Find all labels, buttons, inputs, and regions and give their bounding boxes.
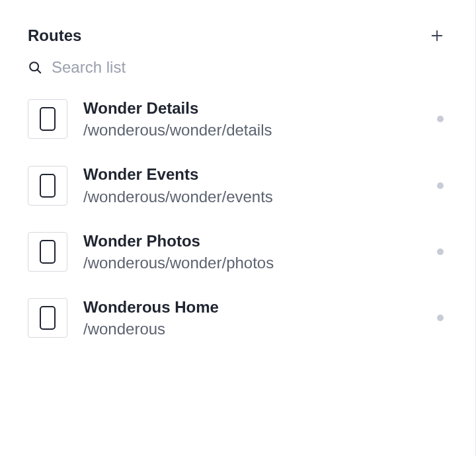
panel-header: Routes [28,25,448,46]
status-indicator [437,315,444,321]
status-indicator [437,182,444,189]
routes-list: Wonder Details /wonderous/wonder/details… [28,98,448,340]
route-path: /wonderous [83,319,421,339]
page-title: Routes [28,26,81,45]
route-title: Wonder Photos [83,231,421,251]
status-indicator [437,248,444,255]
add-route-button[interactable] [426,25,448,46]
route-title: Wonder Details [83,98,421,118]
route-title: Wonder Events [83,164,421,184]
search-input[interactable] [52,58,448,77]
item-text: Wonder Photos /wonderous/wonder/photos [83,231,421,273]
portrait-layout-icon [28,99,67,139]
portrait-layout-icon [28,232,67,272]
routes-panel: Routes Wonder Details /wonderous/wonder/… [0,0,475,365]
list-item[interactable]: Wonder Events /wonderous/wonder/events [28,164,448,206]
route-path: /wonderous/wonder/details [83,120,421,140]
plus-icon [430,28,444,43]
svg-line-3 [37,69,40,73]
status-indicator [437,116,444,122]
portrait-layout-icon [28,298,67,338]
portrait-layout-icon [28,166,67,206]
item-text: Wonderous Home /wonderous [83,297,421,339]
route-title: Wonderous Home [83,297,421,317]
route-path: /wonderous/wonder/events [83,186,421,207]
list-item[interactable]: Wonderous Home /wonderous [28,297,448,339]
item-text: Wonder Details /wonderous/wonder/details [83,98,421,140]
search-row [28,58,448,77]
route-path: /wonderous/wonder/photos [83,252,421,273]
list-item[interactable]: Wonder Details /wonderous/wonder/details [28,98,448,140]
search-icon [28,60,42,75]
list-item[interactable]: Wonder Photos /wonderous/wonder/photos [28,231,448,273]
item-text: Wonder Events /wonderous/wonder/events [83,164,421,206]
